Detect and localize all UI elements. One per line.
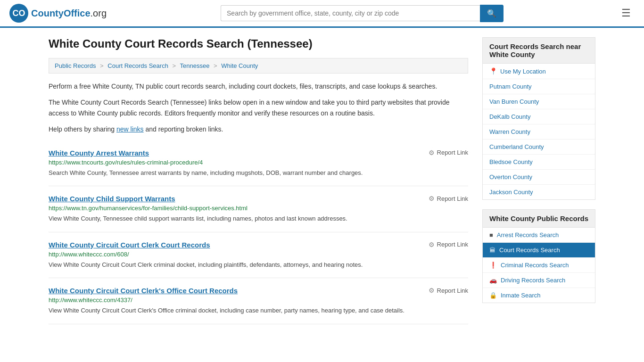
page-title: White County Court Records Search (Tenne… bbox=[49, 37, 468, 50]
nearby-county-link-1[interactable]: Van Buren County bbox=[489, 98, 539, 105]
use-my-location[interactable]: 📍 Use My Location bbox=[483, 64, 595, 79]
public-records-link-4[interactable]: Inmate Search bbox=[501, 292, 541, 299]
public-records-section: White County Public Records ■ Arrest Rec… bbox=[482, 209, 595, 303]
record-item: White County Arrest Warrants ⚙ Report Li… bbox=[49, 140, 468, 187]
description-1: Perform a free White County, TN public c… bbox=[49, 81, 468, 91]
record-item: White County Child Support Warrants ⚙ Re… bbox=[49, 186, 468, 232]
public-records-link-item[interactable]: 🔒 Inmate Search bbox=[483, 288, 595, 303]
record-url-2: http://www.whiteccc.com/608/ bbox=[49, 251, 468, 258]
record-header: White County Child Support Warrants ⚙ Re… bbox=[49, 195, 468, 203]
report-icon-2: ⚙ bbox=[429, 241, 435, 248]
record-header: White County Circuit Court Clerk's Offic… bbox=[49, 287, 468, 295]
nearby-county-link-6[interactable]: Overton County bbox=[489, 173, 532, 181]
record-desc-0: Search White County, Tennessee arrest wa… bbox=[49, 168, 468, 178]
public-records-header: White County Public Records bbox=[483, 210, 595, 228]
location-icon: 📍 bbox=[489, 67, 497, 75]
main-container: White County Court Records Search (Tenne… bbox=[39, 28, 605, 334]
logo-area[interactable]: CO CountyOffice.org bbox=[9, 4, 107, 23]
content-area: White County Court Records Search (Tenne… bbox=[49, 37, 468, 324]
search-button[interactable]: 🔍 bbox=[480, 5, 504, 22]
record-url-1: https://www.tn.gov/humanservices/for-fam… bbox=[49, 205, 468, 212]
record-item: White County Circuit Court Clerk's Offic… bbox=[49, 278, 468, 324]
nearby-header: Court Records Search near White County bbox=[483, 38, 595, 64]
report-link-0[interactable]: ⚙ Report Link bbox=[429, 149, 468, 156]
record-title-1[interactable]: White County Child Support Warrants bbox=[49, 195, 175, 203]
report-icon-1: ⚙ bbox=[429, 195, 435, 202]
breadcrumb-sep-2: > bbox=[173, 62, 176, 69]
public-records-link-0[interactable]: Arrest Records Search bbox=[497, 231, 559, 239]
nearby-county-item[interactable]: Cumberland County bbox=[483, 140, 595, 155]
svg-text:CO: CO bbox=[13, 8, 25, 18]
breadcrumb-sep-3: > bbox=[214, 62, 217, 69]
sidebar-link-icon-4: 🔒 bbox=[489, 292, 497, 299]
report-icon-3: ⚙ bbox=[429, 287, 435, 294]
record-desc-3: View White County Circuit Court Clerk's … bbox=[49, 306, 468, 315]
breadcrumb: Public Records > Court Records Search > … bbox=[49, 58, 468, 74]
nearby-county-item[interactable]: DeKalb County bbox=[483, 109, 595, 124]
sidebar-link-icon-3: 🚗 bbox=[489, 277, 497, 284]
nearby-county-item[interactable]: Putnam County bbox=[483, 79, 595, 94]
search-input[interactable] bbox=[221, 5, 480, 21]
header: CO CountyOffice.org 🔍 ☰ bbox=[0, 0, 644, 28]
breadcrumb-tennessee[interactable]: Tennessee bbox=[180, 62, 210, 69]
record-header: White County Arrest Warrants ⚙ Report Li… bbox=[49, 149, 468, 157]
breadcrumb-public-records[interactable]: Public Records bbox=[55, 62, 96, 69]
public-records-link-1[interactable]: Court Records Search bbox=[499, 247, 560, 254]
record-title-2[interactable]: White County Circuit Court Clerk Court R… bbox=[49, 241, 210, 249]
public-records-link-item[interactable]: 🚗 Driving Records Search bbox=[483, 273, 595, 288]
record-url-0: https://www.tncourts.gov/rules/rules-cri… bbox=[49, 159, 468, 166]
record-title-0[interactable]: White County Arrest Warrants bbox=[49, 149, 149, 157]
public-records-link-item[interactable]: 🏛 Court Records Search bbox=[483, 243, 595, 258]
nearby-county-link-3[interactable]: Warren County bbox=[489, 128, 530, 135]
breadcrumb-white-county[interactable]: White County bbox=[221, 62, 258, 69]
report-icon-0: ⚙ bbox=[429, 149, 435, 156]
nearby-county-item[interactable]: Overton County bbox=[483, 170, 595, 185]
nearby-county-link-4[interactable]: Cumberland County bbox=[489, 143, 544, 150]
record-desc-1: View White County, Tennessee child suppo… bbox=[49, 214, 468, 223]
description-3: Help others by sharing new links and rep… bbox=[49, 124, 468, 134]
public-records-link-item[interactable]: ■ Arrest Records Search bbox=[483, 228, 595, 243]
report-link-1[interactable]: ⚙ Report Link bbox=[429, 195, 468, 202]
location-link[interactable]: Use My Location bbox=[500, 68, 546, 75]
report-link-2[interactable]: ⚙ Report Link bbox=[429, 241, 468, 248]
public-records-links-list: ■ Arrest Records Search 🏛 Court Records … bbox=[483, 228, 595, 303]
record-url-3: http://www.whiteccc.com/4337/ bbox=[49, 296, 468, 304]
nearby-county-item[interactable]: Warren County bbox=[483, 124, 595, 140]
breadcrumb-court-records[interactable]: Court Records Search bbox=[107, 62, 168, 69]
record-item: White County Circuit Court Clerk Court R… bbox=[49, 232, 468, 279]
logo-icon: CO bbox=[9, 4, 28, 23]
sidebar-link-icon-0: ■ bbox=[489, 231, 493, 239]
sidebar-link-icon-2: ❗ bbox=[489, 262, 497, 269]
records-list: White County Arrest Warrants ⚙ Report Li… bbox=[49, 140, 468, 324]
public-records-link-2[interactable]: Criminal Records Search bbox=[501, 262, 569, 269]
logo-text: CountyOffice.org bbox=[31, 8, 107, 19]
nearby-counties-list: Putnam CountyVan Buren CountyDeKalb Coun… bbox=[483, 79, 595, 199]
report-link-3[interactable]: ⚙ Report Link bbox=[429, 287, 468, 294]
new-links-link[interactable]: new links bbox=[116, 125, 144, 133]
nearby-county-item[interactable]: Van Buren County bbox=[483, 94, 595, 109]
nearby-section: Court Records Search near White County 📍… bbox=[482, 37, 595, 200]
sidebar-link-icon-1: 🏛 bbox=[489, 247, 495, 254]
nearby-county-link-2[interactable]: DeKalb County bbox=[489, 113, 530, 120]
nearby-county-link-5[interactable]: Bledsoe County bbox=[489, 158, 533, 165]
breadcrumb-sep-1: > bbox=[100, 62, 104, 69]
nearby-county-link-0[interactable]: Putnam County bbox=[489, 83, 532, 90]
nearby-county-link-7[interactable]: Jackson County bbox=[489, 189, 533, 196]
record-desc-2: View White County Circuit Court Clerk cr… bbox=[49, 260, 468, 270]
record-title-3[interactable]: White County Circuit Court Clerk's Offic… bbox=[49, 287, 238, 295]
record-header: White County Circuit Court Clerk Court R… bbox=[49, 241, 468, 249]
nearby-county-item[interactable]: Bledsoe County bbox=[483, 155, 595, 170]
description-2: The White County Court Records Search (T… bbox=[49, 97, 468, 118]
search-area: 🔍 bbox=[221, 5, 504, 22]
nearby-county-item[interactable]: Jackson County bbox=[483, 185, 595, 199]
public-records-link-3[interactable]: Driving Records Search bbox=[501, 277, 565, 284]
public-records-link-item[interactable]: ❗ Criminal Records Search bbox=[483, 258, 595, 273]
sidebar: Court Records Search near White County 📍… bbox=[482, 37, 595, 324]
menu-button[interactable]: ☰ bbox=[618, 5, 635, 21]
